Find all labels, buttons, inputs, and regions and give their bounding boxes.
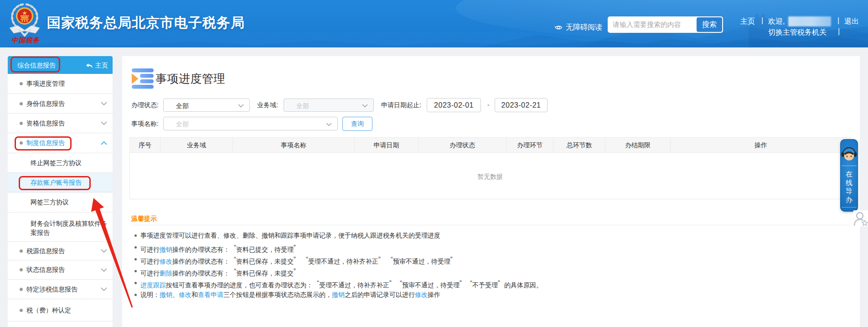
svg-text:中国税务: 中国税务 — [11, 36, 41, 44]
